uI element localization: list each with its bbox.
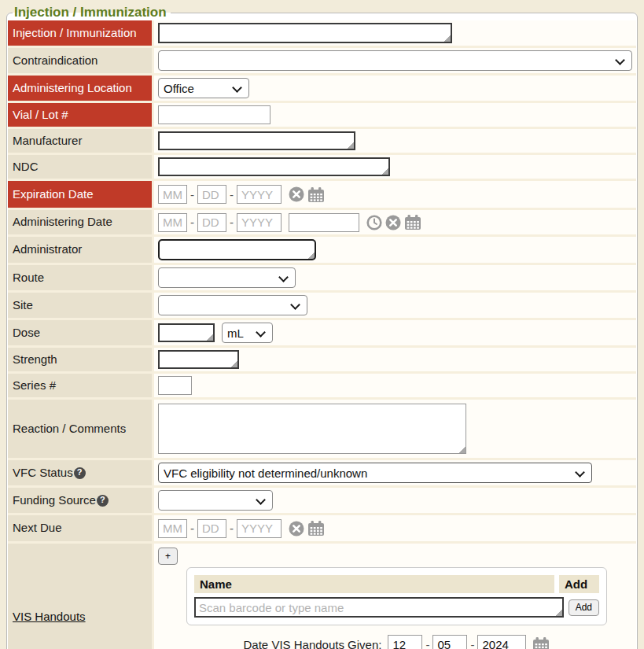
contraindication-select-wrap (158, 50, 632, 71)
expiration-calendar-icon[interactable] (307, 186, 325, 203)
row-strength: Strength (8, 348, 636, 374)
injection-immunization-form: Injection / Immunization Injection / Imm… (6, 5, 638, 649)
vis-date-mm-input[interactable] (388, 635, 422, 649)
administering-location-select-wrap: Office (158, 78, 249, 98)
vfc-status-label: VFC Status? (8, 460, 154, 485)
contraindication-select[interactable] (158, 50, 632, 71)
route-label: Route (8, 265, 154, 290)
expiration-yyyy-input[interactable] (237, 185, 282, 204)
administrator-input[interactable] (158, 239, 316, 260)
vis-add-column-header: Add (559, 575, 599, 593)
administrator-label: Administrator (8, 237, 154, 263)
vis-date-dd-input[interactable] (432, 635, 467, 649)
row-route: Route (8, 265, 636, 293)
route-select[interactable] (158, 267, 296, 288)
site-label: Site (8, 293, 154, 318)
ndc-input[interactable] (158, 157, 390, 176)
expiration-dd-input[interactable] (197, 185, 226, 204)
administering-date-label: Administering Date (8, 210, 154, 234)
injection-label: Injection / Immunization (8, 20, 154, 46)
injection-input[interactable] (158, 23, 452, 43)
contraindication-label: Contraindication (8, 48, 154, 73)
row-injection: Injection / Immunization (8, 20, 636, 48)
row-ndc: NDC (8, 155, 636, 181)
dose-input[interactable] (158, 323, 215, 342)
next-due-label: Next Due (8, 515, 154, 541)
administering-clock-icon[interactable] (366, 215, 382, 230)
administering-yyyy-input[interactable] (237, 213, 282, 232)
next-due-mm-input[interactable] (158, 519, 187, 538)
strength-input[interactable] (158, 350, 239, 369)
administering-mm-input[interactable] (158, 213, 187, 232)
vial-lot-input[interactable] (158, 105, 270, 124)
vis-date-given-label: Date VIS Handouts Given: (244, 638, 382, 649)
series-label: Series # (8, 374, 154, 397)
route-select-wrap (158, 267, 296, 288)
administering-location-label: Administering Location (8, 76, 154, 101)
date-separator: - (230, 522, 234, 535)
administering-clear-icon[interactable] (385, 215, 401, 230)
row-administering-location: Administering Location Office (8, 76, 636, 103)
row-administrator: Administrator (8, 237, 636, 265)
row-vial-lot: Vial / Lot # (8, 103, 636, 129)
funding-source-select[interactable] (158, 490, 273, 511)
vis-add-button[interactable]: Add (569, 599, 599, 616)
vis-scan-input[interactable] (194, 597, 564, 618)
row-contraindication: Contraindication (8, 48, 636, 76)
row-manufacturer: Manufacturer (8, 129, 636, 155)
row-next-due: Next Due - - (8, 515, 636, 544)
manufacturer-label: Manufacturer (8, 129, 154, 153)
vfc-status-help-icon[interactable]: ? (74, 467, 86, 479)
dose-unit-select-wrap: mL (222, 323, 273, 343)
next-due-dd-input[interactable] (197, 519, 226, 538)
form-title: Injection / Immunization (13, 5, 171, 20)
funding-source-help-icon[interactable]: ? (97, 495, 109, 507)
vis-date-yyyy-input[interactable] (477, 635, 526, 649)
next-due-clear-icon[interactable] (289, 521, 304, 537)
expiration-clear-icon[interactable] (289, 186, 304, 202)
vis-expand-button[interactable]: + (158, 548, 178, 565)
administering-dd-input[interactable] (197, 213, 226, 232)
vfc-status-select-wrap: VFC eligibility not determined/unknown (158, 463, 592, 483)
reaction-textarea[interactable] (158, 404, 466, 454)
expiration-mm-input[interactable] (158, 185, 187, 204)
date-separator: - (230, 216, 234, 229)
date-separator: - (190, 188, 194, 201)
row-administering-date: Administering Date - - (8, 210, 636, 237)
vis-handouts-link[interactable]: VIS Handouts (13, 610, 86, 625)
funding-source-select-wrap (158, 490, 273, 511)
vis-name-column-header: Name (194, 575, 554, 593)
row-vis-handouts: VIS Handouts + Name Add Add Date VIS Han… (8, 544, 636, 649)
strength-label: Strength (8, 348, 154, 371)
vis-handouts-box: Name Add Add (186, 567, 607, 625)
administering-calendar-icon[interactable] (404, 214, 421, 230)
site-select-wrap (158, 295, 307, 315)
vfc-status-select[interactable]: VFC eligibility not determined/unknown (158, 463, 592, 483)
reaction-label: Reaction / Comments (8, 400, 154, 458)
manufacturer-input[interactable] (158, 131, 355, 150)
vis-handouts-label: VIS Handouts (8, 544, 154, 649)
administering-location-select[interactable]: Office (158, 78, 249, 98)
dose-unit-select[interactable]: mL (222, 323, 273, 343)
ndc-label: NDC (8, 155, 154, 179)
date-separator: - (190, 522, 194, 535)
row-vfc-status: VFC Status? VFC eligibility not determin… (8, 460, 636, 488)
date-separator: - (230, 188, 234, 201)
date-separator: - (470, 638, 474, 649)
administering-time-input[interactable] (289, 213, 359, 232)
expiration-date-label: Expiration Date (8, 181, 154, 208)
vis-date-calendar-icon[interactable] (532, 636, 550, 649)
next-due-calendar-icon[interactable] (307, 520, 325, 537)
series-input[interactable] (158, 376, 192, 395)
date-separator: - (425, 638, 429, 649)
next-due-yyyy-input[interactable] (237, 519, 282, 538)
vial-lot-label: Vial / Lot # (8, 103, 154, 127)
row-series: Series # (8, 374, 636, 400)
row-dose: Dose mL (8, 320, 636, 348)
funding-source-label: Funding Source? (8, 488, 154, 513)
site-select[interactable] (158, 295, 307, 315)
row-funding-source: Funding Source? (8, 488, 636, 515)
row-expiration-date: Expiration Date - - (8, 181, 636, 210)
row-site: Site (8, 293, 636, 320)
dose-label: Dose (8, 320, 154, 345)
